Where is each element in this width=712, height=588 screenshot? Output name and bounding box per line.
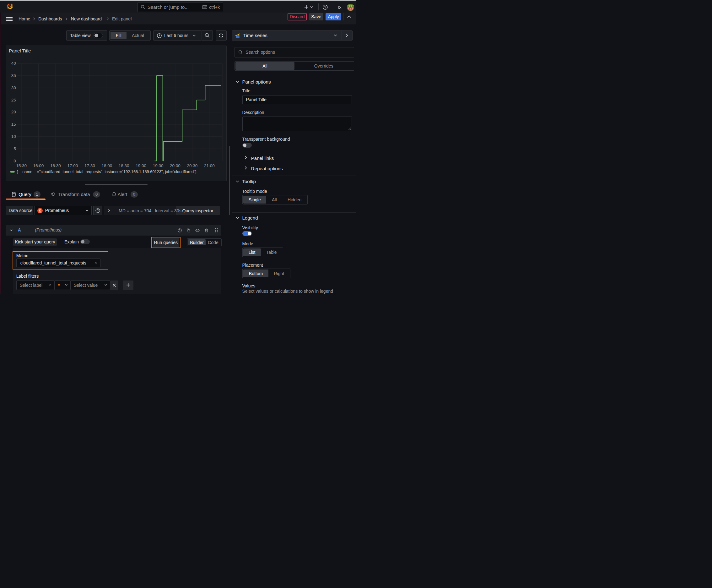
svg-text:40: 40 xyxy=(11,61,16,66)
svg-text:17:00: 17:00 xyxy=(67,163,78,168)
svg-text:25: 25 xyxy=(11,97,16,102)
svg-text:35: 35 xyxy=(11,73,16,78)
svg-text:17:30: 17:30 xyxy=(84,163,95,168)
svg-text:20: 20 xyxy=(11,110,16,114)
svg-text:15:30: 15:30 xyxy=(16,163,27,168)
svg-text:{__name__="cloudflared_tunnel_: {__name__="cloudflared_tunnel_total_requ… xyxy=(16,169,196,174)
svg-text:0: 0 xyxy=(14,158,16,163)
svg-text:10: 10 xyxy=(11,134,16,139)
svg-text:21:00: 21:00 xyxy=(204,163,215,168)
svg-text:19:30: 19:30 xyxy=(153,163,163,168)
svg-text:16:00: 16:00 xyxy=(33,163,44,168)
svg-text:15: 15 xyxy=(11,122,16,127)
svg-text:18:30: 18:30 xyxy=(118,163,129,168)
svg-text:30: 30 xyxy=(11,85,16,90)
svg-text:18:00: 18:00 xyxy=(102,163,112,168)
svg-text:19:00: 19:00 xyxy=(136,163,146,168)
svg-text:16:30: 16:30 xyxy=(50,163,61,168)
svg-text:20:00: 20:00 xyxy=(170,163,180,168)
svg-text:5: 5 xyxy=(14,146,16,151)
svg-text:20:30: 20:30 xyxy=(187,163,197,168)
